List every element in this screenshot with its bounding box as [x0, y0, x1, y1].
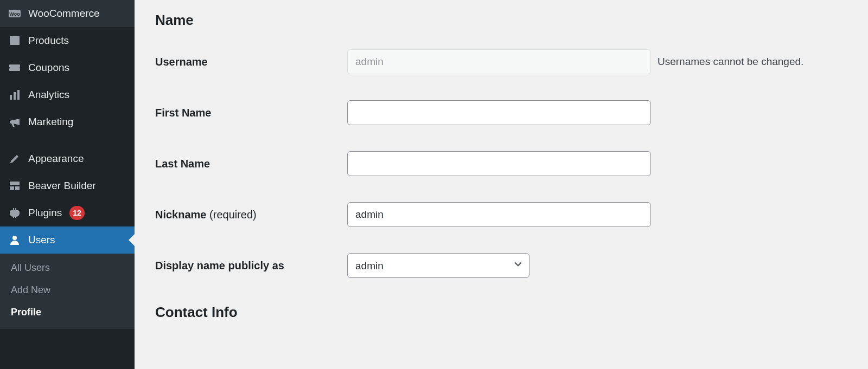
svg-rect-8 — [10, 186, 14, 190]
sidebar-item-label: Marketing — [28, 116, 73, 128]
svg-rect-6 — [17, 90, 20, 100]
sidebar-item-woocommerce[interactable]: Woo WooCommerce — [0, 0, 135, 27]
section-heading-contact: Contact Info — [155, 304, 847, 321]
input-last-name[interactable] — [347, 151, 651, 176]
sidebar-item-beaver-builder[interactable]: Beaver Builder — [0, 172, 135, 199]
help-username: Usernames cannot be changed. — [651, 56, 847, 68]
sidebar-menu: Woo WooCommerce Products Coupons Analyti… — [0, 0, 135, 254]
analytics-icon — [8, 88, 22, 102]
submenu-item-all-users[interactable]: All Users — [0, 257, 135, 279]
svg-rect-5 — [14, 92, 16, 100]
sidebar-item-products[interactable]: Products — [0, 27, 135, 54]
field-row-last-name: Last Name — [155, 151, 847, 176]
plugins-icon — [8, 206, 22, 220]
sidebar-item-label: Appearance — [28, 153, 84, 165]
woocommerce-icon: Woo — [8, 7, 22, 21]
sidebar-item-plugins[interactable]: Plugins 12 — [0, 199, 135, 226]
plugins-update-badge: 12 — [69, 206, 85, 220]
svg-text:Woo: Woo — [9, 11, 20, 17]
select-display-name-wrap: admin — [347, 253, 529, 278]
appearance-icon — [8, 152, 22, 166]
sidebar-item-marketing[interactable]: Marketing — [0, 108, 135, 135]
svg-rect-4 — [10, 95, 12, 100]
sidebar-item-label: Coupons — [28, 62, 69, 74]
sidebar-item-label: Analytics — [28, 89, 69, 101]
sidebar-item-label: Plugins — [28, 207, 62, 219]
products-icon — [8, 34, 22, 48]
coupons-icon — [8, 61, 22, 75]
sidebar-item-label: Beaver Builder — [28, 180, 96, 192]
main-content: Name Username Usernames cannot be change… — [135, 0, 868, 369]
svg-point-10 — [12, 236, 17, 240]
field-row-username: Username Usernames cannot be changed. — [155, 49, 847, 74]
sidebar-item-label: Users — [28, 234, 55, 246]
sidebar-item-label: Products — [28, 35, 69, 47]
input-nickname[interactable] — [347, 202, 651, 227]
field-row-display-name: Display name publicly as admin — [155, 253, 847, 278]
select-display-name[interactable]: admin — [347, 253, 529, 278]
sidebar-item-coupons[interactable]: Coupons — [0, 54, 135, 81]
users-icon — [8, 233, 22, 247]
marketing-icon — [8, 115, 22, 129]
field-row-nickname: Nickname (required) — [155, 202, 847, 227]
section-heading-name: Name — [155, 12, 847, 29]
svg-rect-3 — [10, 36, 20, 38]
admin-sidebar: Woo WooCommerce Products Coupons Analyti… — [0, 0, 135, 369]
svg-rect-9 — [15, 186, 20, 190]
input-username — [347, 49, 651, 74]
svg-rect-7 — [10, 182, 20, 185]
label-username: Username — [155, 56, 347, 68]
svg-rect-2 — [10, 37, 20, 45]
submenu-item-profile[interactable]: Profile — [0, 301, 135, 323]
sidebar-item-label: WooCommerce — [28, 8, 100, 20]
submenu-item-add-new[interactable]: Add New — [0, 279, 135, 301]
sidebar-item-analytics[interactable]: Analytics — [0, 81, 135, 108]
users-submenu: All Users Add New Profile — [0, 254, 135, 329]
label-nickname: Nickname (required) — [155, 209, 347, 221]
label-last-name: Last Name — [155, 158, 347, 170]
beaver-builder-icon — [8, 179, 22, 193]
label-first-name: First Name — [155, 107, 347, 119]
sidebar-item-appearance[interactable]: Appearance — [0, 145, 135, 172]
sidebar-separator — [0, 135, 135, 145]
label-display-name: Display name publicly as — [155, 260, 347, 272]
field-row-first-name: First Name — [155, 100, 847, 125]
sidebar-item-users[interactable]: Users — [0, 226, 135, 254]
input-first-name[interactable] — [347, 100, 651, 125]
